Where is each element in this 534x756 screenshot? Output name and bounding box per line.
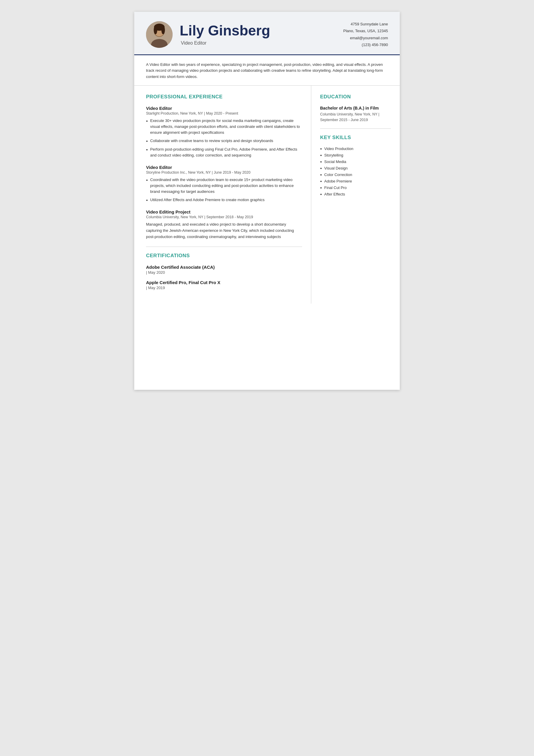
svg-point-6: [154, 26, 157, 34]
job-company-2: Storyline Production Inc., New York, NY: [146, 170, 211, 175]
professional-experience-title: PROFESSIONAL EXPERIENCE: [146, 94, 302, 101]
skills-list: Video Production Storytelling Social Med…: [320, 147, 391, 196]
cert-block-1: Adobe Certified Associate (ACA) | May 20…: [146, 265, 302, 275]
bullet-2-1: Coordinated with the video production te…: [146, 177, 302, 195]
summary-section: A Video Editor with two years of experie…: [134, 55, 400, 86]
job-bullets-2: Coordinated with the video production te…: [146, 177, 302, 203]
contact-city: Plano, Texas, USA, 12345: [343, 27, 388, 34]
bullet-1-1: Execute 30+ video production projects fo…: [146, 118, 302, 136]
skill-1: Video Production: [320, 147, 391, 151]
header-left: Lily Ginsberg Video Editor: [146, 21, 270, 48]
job-meta-1: Starlight Production, New York, NY | May…: [146, 111, 302, 116]
job-title-2: Video Editor: [146, 165, 302, 170]
job-block-3: Video Editing Project Columbia Universit…: [146, 209, 302, 240]
cert-name-1: Adobe Certified Associate (ACA): [146, 265, 302, 270]
edu-dates-1: September 2015 - June 2019: [320, 118, 368, 122]
skill-3: Social Media: [320, 159, 391, 164]
section-divider: [146, 247, 302, 247]
key-skills-title: KEY SKILLS: [320, 135, 391, 142]
job-block-1: Video Editor Starlight Production, New Y…: [146, 106, 302, 158]
bullet-1-2: Collaborate with creative teams to revie…: [146, 138, 302, 144]
skill-8: After Effects: [320, 192, 391, 196]
right-divider: [320, 128, 391, 129]
certifications-title: CERTIFICATIONS: [146, 253, 302, 260]
cert-date-1: | May 2020: [146, 270, 302, 275]
job-meta-3: Columbia University, New York, NY | Sept…: [146, 215, 302, 219]
job-dates-2: June 2019 - May 2020: [214, 170, 250, 175]
job-dates-3: September 2018 - May 2019: [206, 215, 253, 219]
body: PROFESSIONAL EXPERIENCE Video Editor Sta…: [134, 86, 400, 304]
job-title: Video Editor: [181, 40, 270, 46]
contact-email: email@youremail.com: [343, 35, 388, 41]
name-title-block: Lily Ginsberg Video Editor: [180, 23, 270, 46]
job-block-2: Video Editor Storyline Production Inc., …: [146, 165, 302, 203]
cert-block-2: Apple Certified Pro, Final Cut Pro X | M…: [146, 280, 302, 290]
contact-address: 4759 Sunnydale Lane: [343, 21, 388, 27]
header: Lily Ginsberg Video Editor 4759 Sunnydal…: [134, 12, 400, 55]
job-company-3: Columbia University, New York, NY: [146, 215, 203, 219]
job-description-3: Managed, produced, and executed a video …: [146, 222, 302, 240]
education-title: EDUCATION: [320, 94, 391, 101]
skill-7: Final Cut Pro: [320, 185, 391, 190]
job-title-3: Video Editing Project: [146, 209, 302, 214]
edu-degree-1: Bachelor of Arts (B.A.) in Film: [320, 106, 391, 110]
job-title-1: Video Editor: [146, 106, 302, 111]
skill-4: Visual Design: [320, 166, 391, 170]
cert-name-2: Apple Certified Pro, Final Cut Pro X: [146, 280, 302, 285]
right-column: EDUCATION Bachelor of Arts (B.A.) in Fil…: [311, 86, 400, 304]
skill-2: Storytelling: [320, 153, 391, 157]
avatar: [146, 21, 173, 48]
edu-block-1: Bachelor of Arts (B.A.) in Film Columbia…: [320, 106, 391, 123]
bullet-1-3: Perform post-production editing using Fi…: [146, 147, 302, 158]
left-column: PROFESSIONAL EXPERIENCE Video Editor Sta…: [134, 86, 311, 304]
skill-5: Color Correction: [320, 173, 391, 177]
job-sep-2: |: [212, 170, 214, 175]
job-company-1: Starlight Production, New York, NY: [146, 111, 203, 116]
contact-phone: (123) 456-7890: [343, 41, 388, 48]
skill-6: Adobe Premiere: [320, 179, 391, 183]
edu-school-1: Columbia University, New York, NY |: [320, 112, 379, 116]
cert-date-2: | May 2019: [146, 285, 302, 290]
job-meta-2: Storyline Production Inc., New York, NY …: [146, 170, 302, 175]
bullet-2-2: Utilized After Effects and Adobe Premier…: [146, 197, 302, 203]
person-name: Lily Ginsberg: [180, 23, 270, 39]
summary-text: A Video Editor with two years of experie…: [146, 62, 383, 79]
svg-point-7: [161, 26, 165, 34]
edu-meta-1: Columbia University, New York, NY | Sept…: [320, 112, 391, 123]
job-dates-1: May 2020 - Present: [206, 111, 238, 116]
resume-container: Lily Ginsberg Video Editor 4759 Sunnydal…: [134, 12, 400, 390]
job-bullets-1: Execute 30+ video production projects fo…: [146, 118, 302, 158]
contact-info: 4759 Sunnydale Lane Plano, Texas, USA, 1…: [343, 21, 388, 48]
